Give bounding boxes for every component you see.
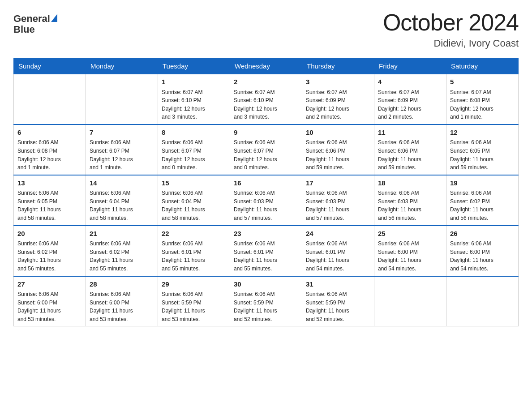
calendar-cell — [374, 276, 446, 326]
day-info: Sunrise: 6:06 AM Sunset: 6:03 PM Dayligh… — [378, 189, 442, 222]
calendar-cell: 27Sunrise: 6:06 AM Sunset: 6:00 PM Dayli… — [14, 276, 86, 326]
calendar-cell: 9Sunrise: 6:06 AM Sunset: 6:07 PM Daylig… — [230, 124, 302, 175]
calendar-cell: 6Sunrise: 6:06 AM Sunset: 6:08 PM Daylig… — [14, 124, 86, 175]
day-info: Sunrise: 6:06 AM Sunset: 6:00 PM Dayligh… — [378, 240, 442, 273]
calendar-week-row: 20Sunrise: 6:06 AM Sunset: 6:02 PM Dayli… — [14, 226, 519, 276]
day-number: 22 — [162, 229, 226, 239]
day-info: Sunrise: 6:06 AM Sunset: 6:00 PM Dayligh… — [450, 240, 515, 273]
calendar-cell: 11Sunrise: 6:06 AM Sunset: 6:06 PM Dayli… — [374, 124, 446, 175]
weekday-header-friday: Friday — [374, 59, 446, 74]
day-info: Sunrise: 6:06 AM Sunset: 6:07 PM Dayligh… — [234, 138, 298, 171]
day-number: 21 — [90, 229, 154, 239]
day-info: Sunrise: 6:06 AM Sunset: 6:04 PM Dayligh… — [162, 189, 226, 222]
day-number: 20 — [17, 229, 82, 239]
weekday-header-sunday: Sunday — [14, 59, 86, 74]
day-number: 9 — [234, 128, 298, 138]
day-info: Sunrise: 6:07 AM Sunset: 6:09 PM Dayligh… — [306, 88, 370, 121]
day-number: 13 — [17, 178, 82, 188]
day-number: 28 — [90, 279, 154, 290]
page-header: General Blue October 2024 Didievi, Ivory… — [13, 9, 519, 49]
calendar-week-row: 13Sunrise: 6:06 AM Sunset: 6:05 PM Dayli… — [14, 175, 519, 226]
calendar-cell: 31Sunrise: 6:06 AM Sunset: 5:59 PM Dayli… — [302, 276, 374, 326]
calendar-cell: 13Sunrise: 6:06 AM Sunset: 6:05 PM Dayli… — [14, 175, 86, 226]
weekday-header-row: SundayMondayTuesdayWednesdayThursdayFrid… — [14, 59, 519, 74]
day-number: 14 — [90, 178, 154, 188]
day-info: Sunrise: 6:06 AM Sunset: 6:02 PM Dayligh… — [450, 189, 515, 222]
day-number: 12 — [450, 128, 515, 138]
day-number: 3 — [306, 77, 370, 87]
calendar-cell: 25Sunrise: 6:06 AM Sunset: 6:00 PM Dayli… — [374, 226, 446, 276]
day-number: 24 — [306, 229, 370, 239]
day-info: Sunrise: 6:06 AM Sunset: 6:06 PM Dayligh… — [306, 138, 370, 171]
day-number: 7 — [90, 128, 154, 138]
calendar-title-area: October 2024 Didievi, Ivory Coast — [383, 9, 519, 49]
calendar-cell: 8Sunrise: 6:06 AM Sunset: 6:07 PM Daylig… — [158, 124, 230, 175]
calendar-cell — [446, 276, 519, 326]
calendar-cell: 26Sunrise: 6:06 AM Sunset: 6:00 PM Dayli… — [446, 226, 519, 276]
calendar-cell: 17Sunrise: 6:06 AM Sunset: 6:03 PM Dayli… — [302, 175, 374, 226]
day-number: 23 — [234, 229, 298, 239]
logo-triangle-icon — [51, 14, 57, 22]
day-number: 6 — [17, 128, 82, 138]
day-number: 29 — [162, 279, 226, 290]
day-info: Sunrise: 6:06 AM Sunset: 6:08 PM Dayligh… — [17, 138, 82, 171]
day-info: Sunrise: 6:07 AM Sunset: 6:08 PM Dayligh… — [450, 88, 515, 121]
calendar-cell: 12Sunrise: 6:06 AM Sunset: 6:05 PM Dayli… — [446, 124, 519, 175]
calendar-cell — [86, 74, 158, 124]
logo-general-text: General — [13, 13, 50, 24]
calendar-week-row: 6Sunrise: 6:06 AM Sunset: 6:08 PM Daylig… — [14, 124, 519, 175]
day-info: Sunrise: 6:07 AM Sunset: 6:09 PM Dayligh… — [378, 88, 442, 121]
calendar-month-year: October 2024 — [383, 9, 519, 36]
day-info: Sunrise: 6:06 AM Sunset: 6:06 PM Dayligh… — [378, 138, 442, 171]
logo-blue-text: Blue — [13, 24, 35, 35]
day-info: Sunrise: 6:06 AM Sunset: 6:01 PM Dayligh… — [162, 240, 226, 273]
day-number: 19 — [450, 178, 515, 188]
calendar-cell: 20Sunrise: 6:06 AM Sunset: 6:02 PM Dayli… — [14, 226, 86, 276]
day-info: Sunrise: 6:06 AM Sunset: 6:07 PM Dayligh… — [90, 138, 154, 171]
calendar-cell: 2Sunrise: 6:07 AM Sunset: 6:10 PM Daylig… — [230, 74, 302, 124]
weekday-header-monday: Monday — [86, 59, 158, 74]
calendar-cell: 16Sunrise: 6:06 AM Sunset: 6:03 PM Dayli… — [230, 175, 302, 226]
calendar-cell: 29Sunrise: 6:06 AM Sunset: 5:59 PM Dayli… — [158, 276, 230, 326]
day-info: Sunrise: 6:06 AM Sunset: 5:59 PM Dayligh… — [234, 290, 298, 323]
weekday-header-thursday: Thursday — [302, 59, 374, 74]
calendar-cell: 21Sunrise: 6:06 AM Sunset: 6:02 PM Dayli… — [86, 226, 158, 276]
day-info: Sunrise: 6:06 AM Sunset: 6:05 PM Dayligh… — [450, 138, 515, 171]
day-number: 8 — [162, 128, 226, 138]
calendar-cell: 10Sunrise: 6:06 AM Sunset: 6:06 PM Dayli… — [302, 124, 374, 175]
calendar-cell — [14, 74, 86, 124]
day-number: 16 — [234, 178, 298, 188]
calendar-cell: 22Sunrise: 6:06 AM Sunset: 6:01 PM Dayli… — [158, 226, 230, 276]
calendar-cell: 30Sunrise: 6:06 AM Sunset: 5:59 PM Dayli… — [230, 276, 302, 326]
calendar-cell: 19Sunrise: 6:06 AM Sunset: 6:02 PM Dayli… — [446, 175, 519, 226]
day-info: Sunrise: 6:06 AM Sunset: 6:01 PM Dayligh… — [306, 240, 370, 273]
day-number: 25 — [378, 229, 442, 239]
day-number: 10 — [306, 128, 370, 138]
day-number: 1 — [162, 77, 226, 87]
calendar-cell: 3Sunrise: 6:07 AM Sunset: 6:09 PM Daylig… — [302, 74, 374, 124]
day-info: Sunrise: 6:06 AM Sunset: 6:07 PM Dayligh… — [162, 138, 226, 171]
calendar-cell: 1Sunrise: 6:07 AM Sunset: 6:10 PM Daylig… — [158, 74, 230, 124]
day-number: 27 — [17, 279, 82, 290]
day-number: 2 — [234, 77, 298, 87]
day-info: Sunrise: 6:06 AM Sunset: 6:02 PM Dayligh… — [90, 240, 154, 273]
day-info: Sunrise: 6:06 AM Sunset: 6:03 PM Dayligh… — [234, 189, 298, 222]
calendar-week-row: 27Sunrise: 6:06 AM Sunset: 6:00 PM Dayli… — [14, 276, 519, 326]
weekday-header-tuesday: Tuesday — [158, 59, 230, 74]
calendar-header: SundayMondayTuesdayWednesdayThursdayFrid… — [14, 59, 519, 74]
day-info: Sunrise: 6:07 AM Sunset: 6:10 PM Dayligh… — [162, 88, 226, 121]
weekday-header-wednesday: Wednesday — [230, 59, 302, 74]
day-info: Sunrise: 6:06 AM Sunset: 6:05 PM Dayligh… — [17, 189, 82, 222]
day-info: Sunrise: 6:06 AM Sunset: 6:00 PM Dayligh… — [17, 290, 82, 323]
day-number: 15 — [162, 178, 226, 188]
calendar-body: 1Sunrise: 6:07 AM Sunset: 6:10 PM Daylig… — [14, 74, 519, 326]
day-info: Sunrise: 6:06 AM Sunset: 5:59 PM Dayligh… — [162, 290, 226, 323]
day-info: Sunrise: 6:06 AM Sunset: 6:02 PM Dayligh… — [17, 240, 82, 273]
calendar-cell: 24Sunrise: 6:06 AM Sunset: 6:01 PM Dayli… — [302, 226, 374, 276]
calendar-cell: 7Sunrise: 6:06 AM Sunset: 6:07 PM Daylig… — [86, 124, 158, 175]
day-info: Sunrise: 6:06 AM Sunset: 6:04 PM Dayligh… — [90, 189, 154, 222]
calendar-cell: 4Sunrise: 6:07 AM Sunset: 6:09 PM Daylig… — [374, 74, 446, 124]
calendar-table: SundayMondayTuesdayWednesdayThursdayFrid… — [13, 58, 519, 326]
calendar-cell: 28Sunrise: 6:06 AM Sunset: 6:00 PM Dayli… — [86, 276, 158, 326]
calendar-cell: 15Sunrise: 6:06 AM Sunset: 6:04 PM Dayli… — [158, 175, 230, 226]
